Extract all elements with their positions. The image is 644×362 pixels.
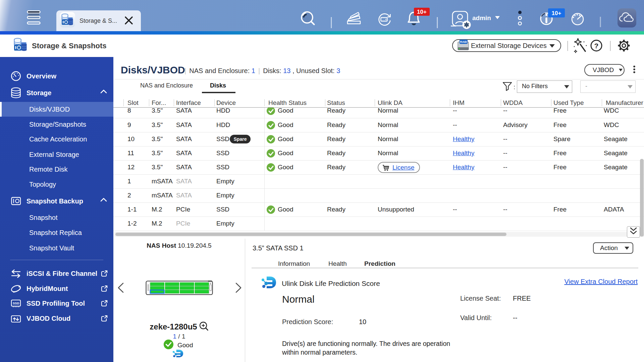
svg-text::: : [514,83,515,90]
svg-text:10+: 10+ [417,9,427,15]
svg-text:admin: admin [472,14,491,21]
svg-text:RAID: RAID [460,40,467,44]
svg-text:?: ? [594,42,599,50]
svg-text:10+: 10+ [552,10,561,16]
